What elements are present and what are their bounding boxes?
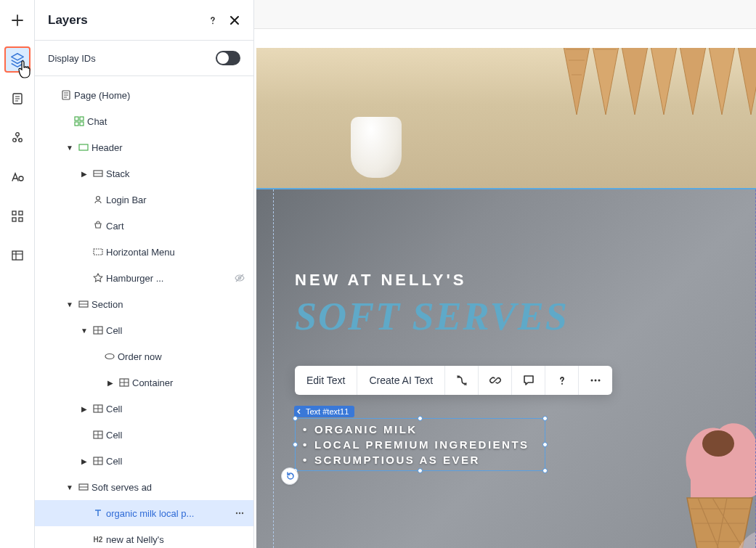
list-item: SCRUMPTIOUS AS EVER (314, 452, 545, 467)
help-icon[interactable] (545, 366, 579, 395)
svg-point-4 (19, 176, 23, 181)
create-ai-text-button[interactable]: Create AI Text (357, 366, 445, 395)
chevron-down-icon[interactable]: ▼ (64, 300, 76, 308)
chevron-down-icon[interactable]: ▼ (78, 327, 90, 335)
tree-item-ordernow[interactable]: Order now (35, 343, 253, 369)
tree-item-container[interactable]: ▶ Container (35, 369, 253, 396)
left-rail (0, 0, 35, 548)
resize-handle[interactable] (542, 468, 548, 473)
tree-item-cell1[interactable]: ▼ Cell (35, 317, 253, 343)
more-icon[interactable] (579, 366, 612, 395)
pages-button[interactable] (4, 86, 31, 112)
display-ids-label: Display IDs (48, 53, 96, 64)
element-badge: Text #text11 (294, 406, 354, 417)
tree-item-cell3[interactable]: Cell (35, 422, 253, 448)
chevron-right-icon[interactable]: ▶ (78, 405, 90, 413)
svg-point-22 (105, 354, 114, 359)
resize-handle[interactable] (418, 468, 423, 473)
tree-item-hmenu[interactable]: Horizontal Menu (35, 239, 253, 265)
chevron-right-icon[interactable]: ▶ (105, 379, 116, 387)
heading-icon: H2 (90, 536, 106, 544)
section-icon (76, 142, 92, 152)
tree-item-login[interactable]: Login Bar (35, 187, 253, 213)
cell-icon (90, 325, 106, 335)
resize-handle[interactable] (293, 416, 298, 421)
svg-point-28 (236, 512, 237, 514)
login-icon (90, 195, 106, 205)
more-icon[interactable] (232, 508, 248, 518)
apps-button[interactable] (4, 203, 31, 229)
tree-item-cart[interactable]: Cart (35, 213, 253, 239)
link-icon[interactable] (479, 366, 512, 395)
display-ids-toggle[interactable] (216, 51, 240, 65)
editor-canvas[interactable]: NEW AT NELLY'S SOFT SERVES Edit Text Cre… (254, 0, 756, 548)
tree-item-header[interactable]: ▼ Header (35, 134, 253, 160)
chevron-down-icon[interactable]: ▼ (64, 144, 76, 152)
svg-rect-5 (12, 211, 16, 215)
section-icon (76, 482, 92, 492)
star-icon (90, 273, 106, 283)
tree-item-section[interactable]: ▼ Section (35, 291, 253, 317)
layers-button[interactable] (4, 46, 31, 73)
svg-rect-9 (12, 251, 23, 260)
hero-script-title: SOFT SERVES (295, 294, 569, 339)
list-item: ORGANIC MILK (314, 422, 545, 437)
animation-icon[interactable] (445, 366, 479, 395)
tree-item-stack[interactable]: ▶ Stack (35, 160, 253, 187)
tree-item-chat[interactable]: Chat (35, 108, 253, 134)
tree-item-newat[interactable]: H2 new at Nelly's (35, 526, 253, 548)
chevron-down-icon[interactable]: ▼ (64, 483, 76, 491)
list-item: LOCAL PREMIUM INGREDIENTS (314, 437, 545, 452)
svg-rect-11 (75, 117, 78, 120)
tree-item-organic[interactable]: organic milk local p... (35, 500, 253, 526)
cell-icon (90, 430, 106, 440)
chevron-right-icon[interactable]: ▶ (78, 457, 90, 465)
svg-rect-6 (19, 211, 23, 215)
chevron-right-icon[interactable]: ▶ (78, 170, 90, 178)
tree-item-page[interactable]: Page (Home) (35, 82, 253, 108)
container-icon (116, 377, 132, 388)
hero-content: NEW AT NELLY'S SOFT SERVES (295, 271, 569, 339)
svg-rect-12 (80, 117, 84, 120)
cell-icon (90, 456, 106, 466)
display-ids-row: Display IDs (35, 41, 253, 76)
undo-button[interactable] (281, 467, 298, 485)
resize-handle[interactable] (418, 416, 423, 421)
panel-title: Layers (48, 13, 88, 28)
svg-rect-7 (12, 218, 16, 221)
svg-rect-13 (75, 122, 78, 126)
page-icon (58, 90, 74, 100)
close-icon[interactable] (229, 15, 240, 26)
selected-text-element[interactable]: Text #text11 ORGANIC MILK LOCAL PREMIUM … (295, 418, 545, 471)
hero-heading: NEW AT NELLY'S (295, 271, 569, 290)
svg-point-29 (239, 512, 240, 514)
add-button[interactable] (4, 7, 31, 33)
tree-item-cell4[interactable]: ▶ Cell (35, 448, 253, 474)
svg-point-31 (702, 430, 734, 457)
resize-handle[interactable] (542, 442, 548, 447)
svg-point-33 (591, 380, 593, 382)
comment-icon[interactable] (512, 366, 545, 395)
tree-item-softserves[interactable]: ▼ Soft serves ad (35, 474, 253, 500)
widget-icon (71, 116, 87, 126)
canvas-top-bar (254, 0, 756, 29)
cms-button[interactable] (4, 242, 31, 269)
resize-handle[interactable] (542, 416, 548, 421)
hero-cone-image (654, 393, 756, 548)
tree-item-hamburger[interactable]: Hamburger ... (35, 265, 253, 291)
menu-icon (90, 247, 106, 257)
help-icon[interactable] (207, 15, 219, 26)
edit-text-button[interactable]: Edit Text (295, 366, 357, 395)
cup-image (351, 117, 402, 178)
section-icon (76, 299, 92, 309)
site-styles-button[interactable] (4, 125, 31, 151)
cones-row (567, 48, 756, 129)
hidden-icon[interactable] (232, 272, 248, 284)
button-icon (102, 351, 118, 361)
text-icon (90, 508, 106, 518)
resize-handle[interactable] (293, 442, 298, 447)
svg-point-30 (242, 512, 243, 514)
bullet-list: ORGANIC MILK LOCAL PREMIUM INGREDIENTS S… (296, 419, 545, 470)
tree-item-cell2[interactable]: ▶ Cell (35, 396, 253, 422)
theme-button[interactable] (4, 164, 31, 190)
